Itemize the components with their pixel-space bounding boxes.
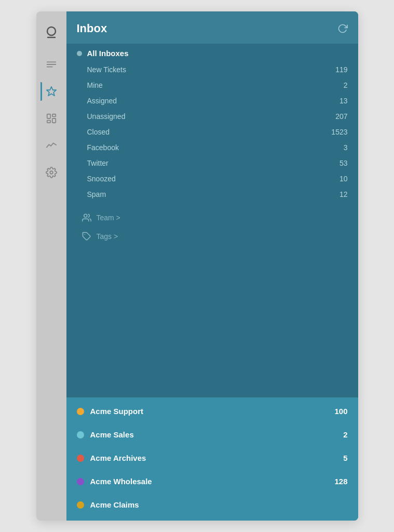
menu-item-count: 207	[335, 112, 347, 121]
menu-item-count: 2	[344, 81, 348, 89]
account-dot	[77, 408, 84, 415]
menu-item-new-tickets[interactable]: New Tickets 119	[66, 62, 358, 77]
team-icon	[82, 213, 91, 222]
menu-item-label: Mine	[87, 81, 103, 89]
menu-item-facebook[interactable]: Facebook 3	[66, 140, 358, 155]
sidebar-icon-analytics[interactable]	[40, 132, 62, 159]
menu-item-label: Twitter	[87, 159, 108, 167]
menu-item-spam[interactable]: Spam 12	[66, 187, 358, 202]
icon-sidebar	[36, 11, 66, 521]
all-inboxes-header[interactable]: All Inboxes	[66, 44, 358, 62]
menu-item-assigned[interactable]: Assigned 13	[66, 93, 358, 109]
menu-item-count: 119	[335, 65, 347, 74]
menu-item-label: Facebook	[87, 143, 119, 152]
all-inboxes-dot	[77, 51, 82, 56]
app-container: Inbox All Inboxes New Tickets 119 Mine	[36, 11, 358, 521]
sidebar-icon-settings[interactable]	[40, 159, 62, 186]
account-acme-claims[interactable]: Acme Claims	[66, 493, 358, 516]
menu-item-label: Snoozed	[87, 175, 116, 183]
account-name: Acme Claims	[90, 500, 342, 509]
tags-icon	[82, 232, 91, 241]
menu-item-count: 1523	[331, 128, 347, 136]
account-acme-archives[interactable]: Acme Archives 5	[66, 446, 358, 470]
menu-item-label: Unassigned	[87, 112, 126, 121]
menu-item-twitter[interactable]: Twitter 53	[66, 155, 358, 171]
menu-group-team[interactable]: Team >	[66, 208, 358, 227]
menu-item-count: 12	[339, 190, 348, 198]
account-count: 2	[343, 430, 347, 439]
account-name: Acme Wholesale	[90, 477, 329, 486]
all-inboxes-section: All Inboxes New Tickets 119 Mine 2 Assig…	[66, 44, 358, 397]
team-label: Team >	[97, 214, 120, 222]
tags-label: Tags >	[97, 232, 118, 241]
menu-item-label: New Tickets	[87, 65, 126, 74]
all-inboxes-label: All Inboxes	[87, 49, 129, 58]
account-acme-sales[interactable]: Acme Sales 2	[66, 423, 358, 446]
sidebar-icon-inbox[interactable]	[40, 78, 62, 105]
menu-item-label: Closed	[87, 128, 110, 136]
menu-item-count: 53	[339, 159, 348, 167]
svg-point-10	[50, 171, 53, 174]
account-count: 128	[334, 477, 347, 486]
svg-rect-6	[47, 114, 50, 118]
menu-item-count: 10	[339, 175, 348, 183]
svg-point-0	[47, 27, 56, 35]
menu-item-snoozed[interactable]: Snoozed 10	[66, 171, 358, 187]
inbox-title: Inbox	[77, 22, 107, 35]
svg-point-11	[84, 214, 87, 217]
sidebar-icon-reports[interactable]	[40, 105, 62, 132]
app-logo	[40, 20, 62, 47]
menu-item-count: 3	[344, 143, 348, 152]
menu-item-unassigned[interactable]: Unassigned 207	[66, 109, 358, 124]
inbox-header: Inbox	[66, 11, 358, 44]
account-acme-support[interactable]: Acme Support 100	[66, 400, 358, 423]
account-name: Acme Sales	[90, 430, 337, 439]
menu-item-closed[interactable]: Closed 1523	[66, 124, 358, 140]
inbox-accounts-section: Acme Support 100 Acme Sales 2 Acme Archi…	[66, 397, 358, 521]
refresh-button[interactable]	[337, 23, 348, 34]
menu-item-label: Assigned	[87, 97, 117, 105]
account-dot	[77, 478, 84, 485]
menu-item-count: 13	[339, 97, 348, 105]
sidebar-icon-menu[interactable]	[40, 51, 62, 78]
account-name: Acme Support	[90, 407, 329, 416]
menu-item-mine[interactable]: Mine 2	[66, 77, 358, 93]
account-count: 5	[343, 454, 347, 462]
account-dot	[77, 431, 84, 438]
account-dot	[77, 455, 84, 462]
inbox-panel: Inbox All Inboxes New Tickets 119 Mine	[66, 11, 358, 521]
svg-rect-8	[52, 118, 55, 123]
section-divider	[66, 202, 358, 208]
svg-rect-9	[47, 121, 50, 123]
account-name: Acme Archives	[90, 454, 337, 462]
account-acme-wholesale[interactable]: Acme Wholesale 128	[66, 470, 358, 493]
svg-rect-7	[52, 114, 55, 117]
menu-item-label: Spam	[87, 190, 106, 198]
svg-marker-5	[46, 87, 56, 96]
account-dot	[77, 501, 84, 509]
menu-group-tags[interactable]: Tags >	[66, 227, 358, 246]
account-count: 100	[334, 407, 347, 416]
